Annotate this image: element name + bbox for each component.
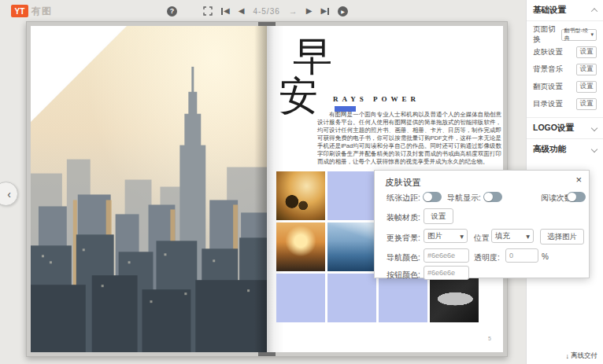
- percent-sign: %: [542, 252, 549, 261]
- grid-tile-robot-hand-photo: [430, 274, 479, 322]
- row-page-transition: 页面切换 翻书型-经典▾: [533, 26, 597, 43]
- grid-tile-blue: [276, 274, 325, 322]
- toc-settings-button[interactable]: 设置: [576, 98, 597, 110]
- read-count-toggle[interactable]: [567, 192, 586, 202]
- section-basic-settings[interactable]: 基础设置: [533, 0, 597, 20]
- binding-material-button[interactable]: 设置: [424, 208, 453, 224]
- change-background-label: 更换背景:: [387, 233, 420, 244]
- position-select[interactable]: 填充▾: [491, 229, 534, 243]
- section-advanced-features[interactable]: 高级功能: [533, 139, 597, 160]
- grid-tile-blue: [379, 274, 427, 322]
- grid-tile-blue: [327, 274, 376, 322]
- grid-tile-blue: [327, 171, 376, 220]
- button-color-input[interactable]: [424, 266, 469, 280]
- nav-color-input[interactable]: [424, 248, 469, 263]
- next-page-icon[interactable]: ▶: [306, 7, 313, 15]
- page-title-char-2: 安: [279, 76, 318, 116]
- opacity-input[interactable]: [505, 248, 538, 263]
- row-flip-settings: 翻页设置 设置: [533, 78, 597, 95]
- row-background-music: 背景音乐 设置: [533, 61, 597, 78]
- nav-display-toggle[interactable]: [483, 192, 502, 202]
- flip-settings-button[interactable]: 设置: [576, 81, 597, 93]
- flip-previous-button[interactable]: ‹: [0, 182, 18, 206]
- paper-margin-toggle[interactable]: [423, 192, 442, 202]
- app-logo: YT 有图: [11, 5, 52, 18]
- grid-tile-trophy-photo: [276, 222, 325, 271]
- page-body-text: 有图网是一个面向专业人士和机构以及普通个人的全媒体自助创意设计服务平台。任何人使…: [317, 111, 501, 166]
- skin-settings-button[interactable]: 设置: [576, 46, 597, 58]
- position-label: 位置: [474, 233, 490, 244]
- grid-tile-ship-photo: [327, 222, 376, 271]
- goto-page-icon[interactable]: →: [289, 6, 298, 16]
- grid-tile-gears-photo: [276, 171, 325, 220]
- page-left-photo[interactable]: [31, 26, 267, 352]
- row-skin-settings: 皮肤设置 设置: [533, 43, 597, 61]
- page-transition-select[interactable]: 翻书型-经典▾: [561, 29, 597, 41]
- button-color-label: 按钮颜色:: [387, 270, 420, 281]
- chevron-down-icon: [591, 125, 597, 131]
- binding-material-label: 装帧材质:: [387, 212, 420, 223]
- section-logo-settings[interactable]: LOGO设置: [533, 118, 597, 138]
- brand-name: 有图: [31, 5, 52, 18]
- spine-shadow-left: [254, 26, 267, 352]
- top-toolbar: YT 有图 ? ◀ ◀ 4-5/36 → ▶ ▶ ▶: [0, 0, 526, 22]
- page-indicator: 4-5/36: [253, 7, 279, 16]
- page-number: 5: [488, 336, 491, 341]
- choose-image-button[interactable]: 选择图片: [540, 229, 584, 245]
- offline-delivery-label: 离线交付: [571, 351, 597, 361]
- download-icon: ↓: [566, 352, 570, 360]
- panel-title: 皮肤设置: [385, 177, 421, 189]
- background-type-select[interactable]: 图片▾: [424, 229, 468, 243]
- nav-color-label: 导航颜色:: [387, 252, 420, 263]
- opacity-label: 透明度:: [474, 252, 500, 263]
- page-title-char-1: 早: [293, 37, 332, 76]
- page-curl-corner[interactable]: [31, 26, 127, 122]
- fullscreen-icon[interactable]: [203, 6, 213, 16]
- paper-margin-label: 纸张边距:: [387, 193, 420, 204]
- toolbar-icons: ? ◀ ◀ 4-5/36 → ▶ ▶ ▶: [167, 0, 348, 22]
- thumbnails-grid-icon[interactable]: [186, 7, 194, 16]
- help-icon[interactable]: ?: [167, 6, 177, 17]
- close-icon[interactable]: ×: [575, 175, 582, 185]
- nav-display-label: 导航显示:: [447, 193, 481, 204]
- logo-yt-icon: YT: [11, 5, 28, 17]
- background-music-button[interactable]: 设置: [576, 64, 597, 75]
- skin-settings-panel: 皮肤设置 × 纸张边距: 导航显示: 阅读次数: 装帧材质: 设置 更换背景: …: [374, 170, 590, 278]
- first-page-icon[interactable]: ◀: [221, 7, 230, 15]
- row-toc-settings: 目录设置 设置: [533, 95, 597, 112]
- offline-delivery-link[interactable]: ↓ 离线交付: [566, 351, 598, 361]
- last-page-icon[interactable]: ▶: [320, 7, 329, 15]
- previous-page-icon[interactable]: ◀: [239, 7, 245, 15]
- chevron-down-icon: [591, 146, 597, 153]
- page-subtitle: RAYS POWER: [333, 95, 420, 103]
- chevron-up-icon: [591, 8, 597, 14]
- autoplay-icon[interactable]: ▶: [338, 6, 348, 17]
